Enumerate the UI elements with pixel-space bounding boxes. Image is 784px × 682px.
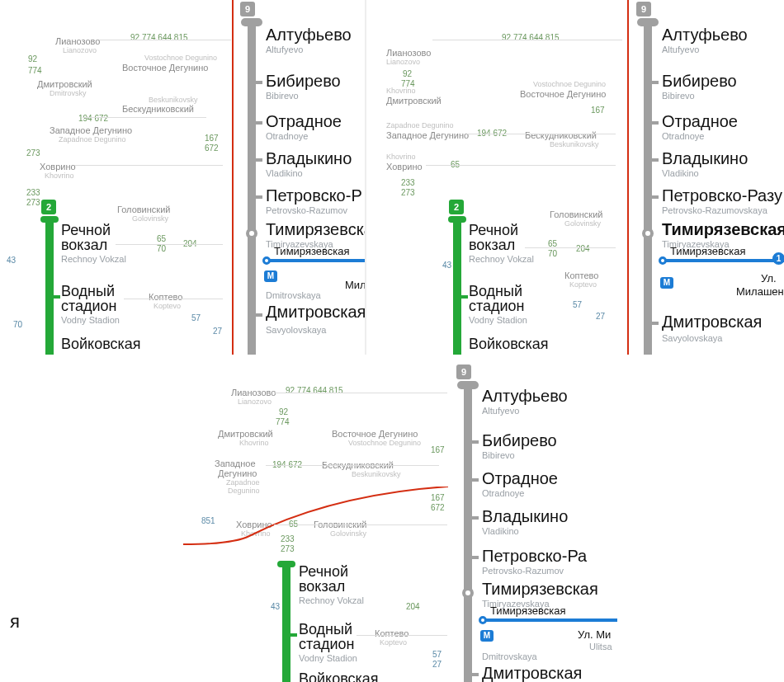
st-vladykino-en: Vladikino bbox=[482, 526, 519, 536]
lianozovo: Лианозово bbox=[231, 388, 276, 397]
voik: Войковская bbox=[469, 336, 549, 352]
lianozovo-en: Lianozovo bbox=[386, 58, 420, 66]
golovinsky-en: Golovinsky bbox=[132, 214, 168, 223]
n70: 70 bbox=[157, 244, 166, 253]
vdegunino-en: Vostochnoe Degunino bbox=[144, 54, 217, 62]
vdegunino: Восточное Дегунино bbox=[122, 63, 208, 73]
tick bbox=[652, 158, 659, 162]
n774: 774 bbox=[28, 66, 42, 75]
line-9-badge: 9 bbox=[636, 2, 651, 16]
tick bbox=[652, 121, 659, 125]
st-petrovsko-en: Petrovsko-Razumov bbox=[266, 205, 347, 215]
tick bbox=[256, 158, 262, 162]
mono-stop bbox=[659, 256, 667, 265]
tick bbox=[256, 195, 262, 199]
mono-stop bbox=[479, 616, 487, 624]
zdegunino-en: Zapadnoe Degunino bbox=[59, 135, 126, 143]
rechnoy-2: вокзал bbox=[469, 238, 515, 253]
rail bbox=[426, 165, 616, 166]
besk-en: Beskunikovsky bbox=[352, 470, 401, 478]
tick bbox=[652, 195, 659, 199]
khovrino: Ховрино bbox=[386, 162, 423, 172]
stray-letter-body: я bbox=[10, 612, 20, 631]
khovrino-en: Khovrino bbox=[239, 439, 269, 447]
st-vladykino-en: Vladikino bbox=[266, 168, 303, 178]
n43b: 43 bbox=[442, 261, 451, 270]
line-2 bbox=[453, 216, 461, 355]
rail bbox=[467, 134, 616, 134]
n92: 92 bbox=[279, 407, 288, 416]
route-top: 92 774 644 815 bbox=[130, 33, 188, 42]
st-altufyevo: Алтуфьево bbox=[662, 26, 748, 44]
dmitrovsky: Дмитровский bbox=[218, 429, 273, 439]
rail bbox=[83, 117, 206, 118]
red-curve bbox=[183, 487, 464, 682]
st-dmitr-en-pre: Dmitrovskaya bbox=[482, 651, 537, 661]
koptevo: Коптево bbox=[564, 270, 598, 280]
st-petrovsko: Петровско-Ра bbox=[482, 548, 587, 565]
mono-stop bbox=[262, 256, 271, 265]
rail bbox=[116, 244, 223, 245]
line-9 bbox=[644, 18, 652, 355]
st-dmitrovskaya: Дмитровская bbox=[662, 313, 762, 331]
lianozovo: Лианозово bbox=[386, 48, 431, 58]
line-2 bbox=[45, 216, 54, 355]
tick bbox=[472, 440, 479, 444]
n233: 233 bbox=[26, 188, 40, 197]
mono-ul: Ул. bbox=[761, 272, 777, 285]
rechnoy-en: Rechnoy Vokzal bbox=[469, 254, 534, 264]
rechnoy-en: Rechnoy Vokzal bbox=[61, 254, 126, 264]
line-red bbox=[627, 0, 629, 355]
lianozovo-en: Lianozovo bbox=[63, 46, 97, 54]
n167b: 167 bbox=[431, 445, 445, 454]
mono-mila: Мила bbox=[345, 279, 366, 291]
route-top: 92 774 644 815 bbox=[502, 33, 560, 42]
tick bbox=[652, 322, 659, 325]
line-9-cap bbox=[241, 18, 262, 26]
st-bibirevo-en: Bibirevo bbox=[266, 91, 299, 101]
map-panel-a: 9 Алтуфьево Altufyevo Бибирево Bibirevo … bbox=[0, 0, 366, 355]
transfer-ring bbox=[462, 587, 474, 599]
st-dmitrovskaya: Дмитровская bbox=[266, 303, 366, 321]
vdegunino: Восточное Дегунино bbox=[520, 89, 606, 99]
zdegunino-en: Zapadnoe Degunino bbox=[386, 121, 454, 129]
st-otradnoe-en: Otradnoye bbox=[662, 131, 704, 141]
mono-timir: Тимирязевская bbox=[274, 245, 350, 257]
monorail bbox=[482, 619, 617, 622]
vodny-en: Vodny Stadion bbox=[61, 315, 120, 325]
tick bbox=[256, 121, 262, 125]
tick bbox=[461, 295, 468, 299]
st-savyol: Savyolovskaya bbox=[266, 325, 326, 335]
koptevo: Коптево bbox=[149, 292, 182, 302]
dmitrovsky: Дмитровский bbox=[386, 96, 442, 106]
line-9-badge: 9 bbox=[240, 2, 255, 16]
transfer-ring bbox=[642, 228, 654, 239]
khovrino: Ховрино bbox=[40, 162, 76, 172]
zdegunino2: Дегунино bbox=[218, 468, 257, 478]
n194-672: 194 672 bbox=[78, 114, 108, 123]
line-2-cap bbox=[448, 216, 466, 223]
tick bbox=[472, 556, 479, 559]
map-panel-c: 9 Алтуфьево Altufyevo Бибирево Bibirevo … bbox=[183, 363, 617, 682]
line-9-cap bbox=[457, 381, 479, 389]
besk: Бескудниковский bbox=[525, 130, 597, 140]
koptevo-en: Koptevo bbox=[569, 280, 597, 289]
n273: 273 bbox=[26, 148, 40, 158]
dmitrovsky: Дмитровский bbox=[37, 79, 92, 89]
rail bbox=[274, 393, 447, 393]
khovrino-en: Khovrino bbox=[386, 87, 416, 95]
st-otradnoe-en: Otradnoye bbox=[482, 488, 524, 498]
zdegunino: Западное Дегунино bbox=[50, 125, 132, 135]
tick bbox=[256, 81, 262, 84]
st-timir: Тимирязевская bbox=[482, 581, 598, 598]
n273b: 273 bbox=[26, 198, 40, 207]
m-badge: М bbox=[264, 270, 277, 282]
st-otradnoe: Отрадное bbox=[482, 470, 558, 487]
line-red bbox=[232, 0, 234, 355]
n57b: 57 bbox=[573, 300, 582, 309]
st-vladykino: Владыкино bbox=[662, 150, 748, 167]
n273b: 273 bbox=[401, 188, 415, 197]
rechnoy-2: вокзал bbox=[61, 238, 107, 253]
line-2-cap bbox=[40, 216, 59, 223]
n57: 57 bbox=[191, 313, 201, 322]
